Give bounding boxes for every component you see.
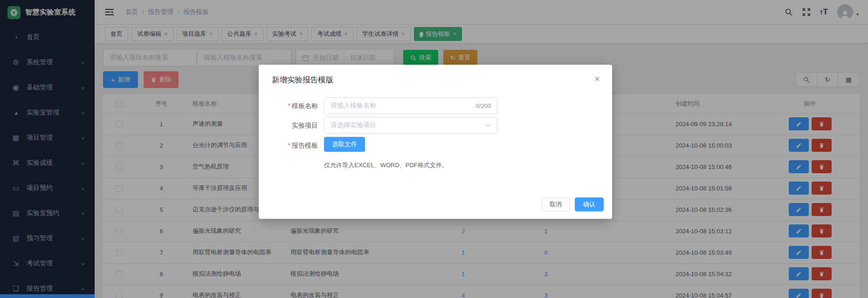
close-icon[interactable]: ×	[594, 74, 600, 83]
required-mark: *	[288, 142, 290, 149]
choose-file-button[interactable]: 选取文件	[324, 137, 365, 152]
report-template-row: *报告模板 选取文件	[259, 137, 612, 154]
project-select[interactable]: 请选择实验项目	[324, 117, 497, 134]
char-counter: 0/200	[475, 102, 491, 109]
required-mark: *	[288, 102, 290, 109]
cancel-button[interactable]: 取消	[541, 197, 570, 211]
modal-title: 新增实验报告模版	[272, 75, 333, 84]
modal-body: *模板名称 请输入模板名称 0/200 实验项目 请选择实验项目 *报告模板 选…	[259, 97, 612, 169]
modal-header: 新增实验报告模版 ×	[259, 65, 612, 85]
project-row: 实验项目 请选择实验项目	[259, 117, 612, 134]
template-name-label: *模板名称	[259, 97, 318, 114]
add-template-modal: 新增实验报告模版 × *模板名称 请输入模板名称 0/200 实验项目 请选择实…	[259, 65, 612, 219]
template-name-row: *模板名称 请输入模板名称 0/200	[259, 97, 612, 114]
report-template-label: *报告模板	[259, 137, 318, 154]
project-label: 实验项目	[259, 117, 318, 134]
chevron-down-icon	[485, 122, 491, 129]
file-format-hint: 仅允许导入EXCEL、WORD、PDF格式文件。	[324, 161, 612, 169]
confirm-button[interactable]: 确认	[575, 197, 604, 211]
app-root: 智慧实验室系统 ◔ 首页 ⚙ 系统管理 ∨ ▣ 基础管理	[0, 0, 868, 298]
template-name-placeholder: 请输入模板名称	[331, 102, 376, 110]
template-name-input[interactable]: 请输入模板名称 0/200	[324, 97, 497, 114]
project-select-placeholder: 请选择实验项目	[331, 121, 376, 129]
modal-footer: 取消 确认	[541, 197, 604, 211]
